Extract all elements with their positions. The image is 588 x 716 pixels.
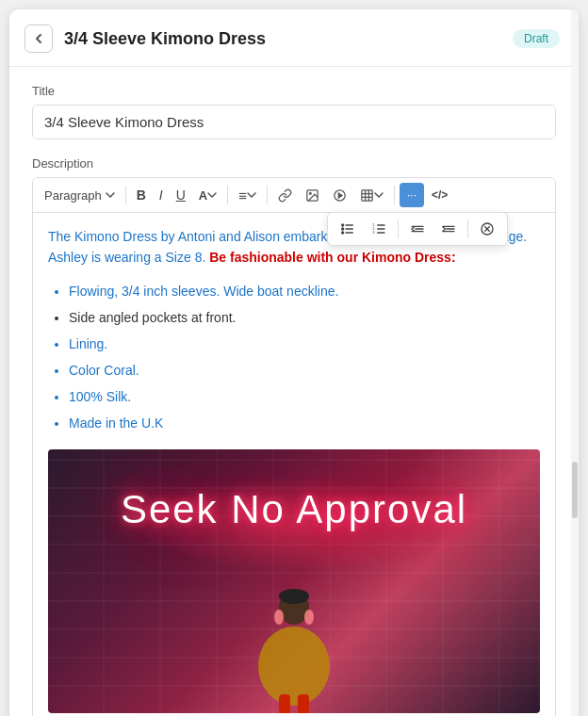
svg-text:3.: 3.	[372, 230, 375, 235]
italic-button[interactable]: I	[154, 182, 169, 208]
toolbar-divider-4	[394, 186, 395, 204]
paragraph-style-dropdown[interactable]: Paragraph	[39, 182, 121, 208]
toolbar-divider-1	[125, 186, 126, 204]
draft-badge: Draft	[513, 29, 560, 48]
neon-text: Seek No Approval	[48, 487, 540, 532]
indent-button[interactable]	[434, 216, 463, 242]
svg-point-35	[274, 610, 284, 625]
svg-point-36	[304, 610, 314, 625]
product-image: Seek No Approval	[48, 449, 540, 713]
list-format-toolbar: 1.2.3.	[327, 212, 508, 246]
image-insert-button[interactable]	[300, 182, 325, 208]
svg-point-30	[258, 626, 330, 706]
list-toolbar-divider-2	[467, 220, 468, 238]
svg-point-14	[342, 232, 344, 234]
list-item: Color Coral.	[69, 357, 540, 383]
toolbar-divider-3	[267, 186, 268, 204]
bold-button[interactable]: B	[131, 182, 152, 208]
description-editor: Paragraph B I U A ≡	[32, 177, 556, 716]
editor-content[interactable]: The Kimono Dress by Antoni and Alison em…	[33, 213, 555, 716]
outdent-button[interactable]	[403, 216, 432, 242]
svg-point-1	[309, 192, 311, 194]
ordered-list-button[interactable]: 1.2.3.	[365, 216, 393, 242]
scrollbar-thumb	[572, 462, 578, 518]
title-label: Title	[32, 84, 556, 98]
header: 3/4 Sleeve Kimono Dress Draft	[9, 9, 579, 67]
underline-button[interactable]: U	[171, 182, 191, 208]
svg-point-13	[342, 228, 344, 230]
table-button[interactable]	[354, 182, 389, 208]
list-item: 100% Silk.	[69, 383, 540, 410]
svg-marker-3	[338, 193, 342, 198]
align-button[interactable]: ≡	[233, 182, 262, 208]
bold-cta: Be fashionable with our Kimono Dress:	[209, 250, 455, 265]
product-editor-card: 3/4 Sleeve Kimono Dress Draft Title Desc…	[9, 9, 579, 716]
svg-point-34	[279, 589, 309, 604]
list-toolbar-divider	[398, 220, 399, 238]
toolbar-divider-2	[227, 186, 228, 204]
list-item: Made in the U.K	[69, 410, 540, 436]
paragraph-label: Paragraph	[44, 188, 102, 203]
font-color-button[interactable]: A	[193, 182, 222, 208]
svg-rect-4	[362, 189, 372, 200]
description-label: Description	[32, 156, 556, 171]
svg-point-12	[342, 224, 344, 226]
video-button[interactable]	[327, 182, 352, 208]
remove-format-button[interactable]	[473, 216, 501, 242]
editor-toolbar: Paragraph B I U A ≡	[33, 178, 555, 213]
source-button[interactable]: </>	[426, 182, 453, 208]
content-area: Title Description Paragraph B I U A	[9, 67, 579, 716]
list-item: Flowing, 3/4 inch sleeves. Wide boat nec…	[69, 278, 540, 304]
back-button[interactable]	[24, 24, 53, 53]
more-options-button[interactable]: ···	[400, 183, 424, 207]
scrollbar[interactable]	[571, 9, 579, 716]
page-title: 3/4 Sleeve Kimono Dress	[64, 29, 501, 49]
list-item: Side angled pockets at front.	[69, 304, 540, 331]
unordered-list-button[interactable]	[334, 216, 362, 242]
svg-rect-33	[298, 694, 309, 713]
list-item: Lining.	[69, 331, 540, 357]
product-features-list: Flowing, 3/4 inch sleeves. Wide boat nec…	[48, 278, 540, 436]
title-input[interactable]	[32, 105, 556, 139]
svg-rect-32	[279, 694, 290, 713]
link-button[interactable]	[272, 182, 298, 208]
